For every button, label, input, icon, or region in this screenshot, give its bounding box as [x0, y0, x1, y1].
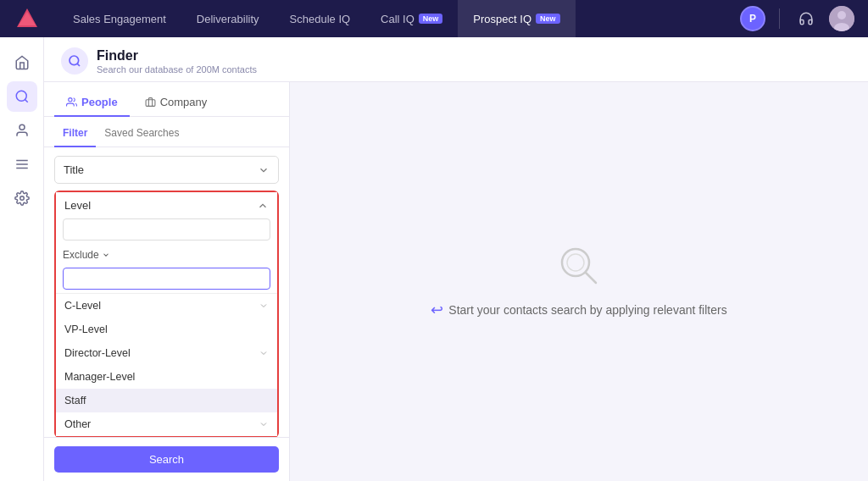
level-item-other[interactable]: Other	[56, 412, 277, 436]
level-search-top	[56, 218, 277, 246]
content-area: Finder Search our database of 200M conta…	[44, 37, 868, 481]
logo[interactable]	[14, 5, 41, 32]
other-arrow-icon	[259, 419, 269, 429]
svg-point-5	[16, 91, 26, 101]
user-avatar-img[interactable]	[829, 6, 854, 31]
level-list: C-Level VP-Level Director-Level	[56, 293, 277, 436]
finder-title: Finder	[97, 48, 257, 64]
finder-title-row: Finder Search our database of 200M conta…	[61, 47, 851, 75]
svg-point-7	[19, 124, 25, 130]
filter-panel: People Company Filter	[44, 82, 290, 481]
svg-point-12	[70, 56, 79, 65]
user-avatar-p[interactable]: P	[740, 6, 765, 31]
exclude-chevron-icon	[102, 251, 110, 259]
sidebar-item-home[interactable]	[7, 47, 37, 78]
finder-header: Finder Search our database of 200M conta…	[44, 37, 868, 82]
nav-item-sales-engagement[interactable]: Sales Engagement	[58, 0, 181, 37]
svg-point-18	[567, 254, 584, 271]
filter-tabs: Filter Saved Searches	[44, 117, 289, 147]
sidebar-item-layers[interactable]	[7, 149, 37, 180]
filter-content: Title Level	[44, 147, 289, 437]
level-item-manager-level[interactable]: Manager-Level	[56, 365, 277, 389]
title-filter-row[interactable]: Title	[54, 156, 279, 184]
call-iq-badge: New	[419, 14, 443, 24]
search-btn-row: Search	[44, 437, 289, 481]
nav-divider	[779, 8, 780, 29]
nav-item-call-iq[interactable]: Call IQ New	[365, 0, 458, 37]
sidebar-item-search[interactable]	[7, 81, 37, 112]
director-level-arrow-icon	[259, 348, 269, 358]
side-icons	[0, 37, 44, 481]
exclude-row[interactable]: Exclude	[56, 246, 277, 264]
level-item-c-level[interactable]: C-Level	[56, 294, 277, 318]
svg-point-14	[69, 98, 72, 102]
tab-people[interactable]: People	[54, 91, 130, 117]
finder-body: People Company Filter	[44, 82, 868, 481]
svg-line-13	[77, 64, 80, 66]
main-layout: Finder Search our database of 200M conta…	[0, 37, 868, 481]
level-search-bottom-input[interactable]	[63, 268, 270, 290]
tab-filter[interactable]: Filter	[54, 124, 96, 147]
top-nav: Sales Engagement Deliverability Schedule…	[0, 0, 868, 37]
level-item-director-level[interactable]: Director-Level	[56, 341, 277, 365]
c-level-arrow-icon	[259, 301, 269, 311]
level-header[interactable]: Level	[56, 192, 277, 218]
nav-items: Sales Engagement Deliverability Schedule…	[58, 0, 740, 37]
finder-icon	[61, 47, 88, 75]
nav-item-prospect-iq[interactable]: Prospect IQ New	[458, 0, 575, 37]
empty-state-text: ↩ Start your contacts search by applying…	[431, 301, 726, 319]
sidebar-item-user[interactable]	[7, 115, 37, 146]
level-item-vp-level[interactable]: VP-Level	[56, 318, 277, 341]
company-icon	[145, 97, 156, 108]
nav-item-schedule-iq[interactable]: Schedule IQ	[275, 0, 366, 37]
title-chevron-icon	[258, 164, 270, 176]
level-search-top-input[interactable]	[63, 218, 270, 240]
headphone-button[interactable]	[793, 6, 819, 31]
level-chevron-up-icon	[257, 200, 269, 212]
nav-right: P	[740, 6, 854, 31]
tab-saved-searches[interactable]: Saved Searches	[96, 124, 187, 147]
empty-search-icon	[557, 244, 601, 290]
tab-company[interactable]: Company	[133, 91, 220, 117]
nav-item-deliverability[interactable]: Deliverability	[181, 0, 275, 37]
empty-arrow-icon: ↩	[431, 301, 443, 319]
entity-tabs: People Company	[44, 82, 289, 117]
search-button[interactable]: Search	[54, 446, 279, 473]
svg-rect-15	[146, 100, 155, 107]
level-dropdown: Level Exclude	[54, 191, 279, 437]
prospect-iq-badge: New	[536, 14, 560, 24]
main-content: ↩ Start your contacts search by applying…	[290, 82, 868, 481]
svg-line-6	[25, 99, 27, 102]
level-search-bottom	[56, 264, 277, 293]
svg-marker-1	[19, 12, 36, 25]
svg-point-11	[19, 196, 24, 201]
svg-point-3	[837, 11, 846, 19]
sidebar-item-gear[interactable]	[7, 183, 37, 213]
svg-line-17	[586, 273, 596, 283]
people-icon	[66, 97, 77, 108]
level-item-staff[interactable]: Staff	[56, 389, 277, 412]
finder-subtitle: Search our database of 200M contacts	[97, 64, 257, 75]
